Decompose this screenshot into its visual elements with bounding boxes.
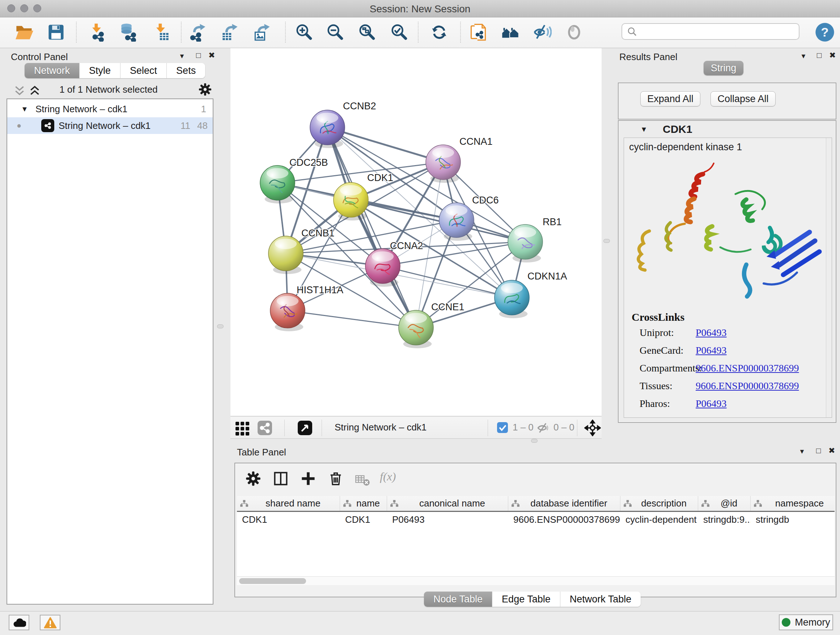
home-icon[interactable] [499, 21, 522, 43]
export-network-icon[interactable] [187, 21, 210, 43]
crosslink-value-link[interactable]: P06493 [696, 398, 727, 409]
import-table-from-file-icon[interactable] [149, 21, 172, 43]
tab-sets[interactable]: Sets [167, 63, 205, 78]
crosslink-label: GeneCard: [639, 345, 696, 356]
gene-description: cyclin-dependent kinase 1 [629, 141, 742, 153]
delete-table-icon[interactable] [355, 472, 370, 488]
network-row-selected[interactable]: ● String Network – cdk1 11 48 [7, 117, 213, 134]
network-view-share-icon[interactable] [257, 420, 272, 435]
open-session-icon[interactable] [13, 21, 36, 43]
import-string-network-icon[interactable] [467, 21, 490, 43]
tab-edge-table[interactable]: Edge Table [493, 592, 561, 607]
node-CCNB2[interactable]: CCNB2 [310, 101, 376, 148]
help-icon[interactable]: ? [813, 21, 836, 43]
memory-status-dot [782, 618, 790, 627]
refresh-icon[interactable] [428, 21, 451, 43]
import-network-from-database-icon[interactable] [117, 21, 140, 43]
expander-icon[interactable]: ▼ [21, 105, 28, 113]
delete-column-trash-icon[interactable] [328, 470, 344, 486]
table-cell: cyclin-dependent ... [621, 512, 698, 527]
tab-select[interactable]: Select [120, 63, 167, 78]
table-body: CDK1CDK1P064939606.ENSP00000378699cyclin… [237, 512, 835, 527]
column-header-label: description [641, 498, 687, 509]
edge-HIST1H1A-CCNE1[interactable] [287, 310, 416, 328]
float-panel-icon[interactable]: ▼ [799, 448, 805, 455]
results-panel-splitter-handle[interactable] [603, 239, 610, 243]
gene-expander-icon[interactable]: ▼ [640, 125, 647, 134]
float-panel-icon[interactable]: ▼ [179, 53, 185, 59]
table-panel-splitter-handle[interactable] [531, 439, 538, 443]
node-CCNA1[interactable]: CCNA1 [426, 136, 493, 183]
collapse-all-button[interactable]: Collapse All [711, 91, 775, 106]
results-scrollbar[interactable] [826, 138, 832, 417]
warning-button[interactable] [40, 615, 60, 630]
eye-icon[interactable] [562, 21, 586, 43]
cytoscape-window: Session: New Session [0, 0, 840, 635]
tab-node-table[interactable]: Node Table [424, 592, 493, 607]
scrollbar-thumb[interactable] [239, 578, 306, 584]
table-row[interactable]: CDK1CDK1P064939606.ENSP00000378699cyclin… [237, 512, 835, 527]
table-settings-gear-icon[interactable] [245, 470, 261, 486]
import-network-from-file-icon[interactable] [85, 21, 108, 43]
select-columns-icon[interactable] [273, 470, 289, 486]
crosslink-label: Compartments: [639, 363, 696, 374]
close-panel-icon[interactable]: ✖ [829, 51, 836, 59]
node-HIST1H1A[interactable]: HIST1H1A [270, 285, 343, 331]
node-RB1[interactable]: RB1 [508, 217, 562, 263]
tab-string[interactable]: String [704, 61, 744, 75]
apply-function-icon[interactable]: f(x) [380, 470, 396, 483]
node-CCNB1[interactable]: CCNB1 [268, 228, 335, 274]
node-CCNE1[interactable]: CCNE1 [399, 302, 464, 348]
column-header-canonical-name[interactable]: canonical name [387, 496, 508, 511]
zoom-in-icon[interactable] [292, 21, 316, 43]
export-image-icon[interactable] [251, 21, 274, 43]
tab-network-table[interactable]: Network Table [561, 592, 641, 607]
search-input[interactable] [622, 23, 799, 40]
close-panel-icon[interactable]: ✖ [829, 447, 835, 455]
column-header-description[interactable]: description [621, 496, 698, 511]
memory-button[interactable]: Memory [779, 614, 833, 630]
column-header-shared-name[interactable]: shared name [237, 496, 340, 511]
column-header-namespace[interactable]: namespace [751, 496, 835, 511]
maximize-panel-icon[interactable]: □ [817, 51, 821, 59]
export-table-icon[interactable] [219, 21, 242, 43]
crosslink-value-link[interactable]: 9606.ENSP00000378699 [696, 363, 799, 374]
tab-network[interactable]: Network [25, 63, 80, 78]
crosslink-value-link[interactable]: 9606.ENSP00000378699 [696, 380, 799, 392]
zoom-selected-icon[interactable] [387, 21, 411, 43]
float-panel-icon[interactable]: ▼ [800, 53, 807, 59]
maximize-panel-icon[interactable]: □ [196, 51, 201, 59]
network-collection-row[interactable]: ▼ String Network – cdk1 1 [7, 101, 213, 117]
cloud-button[interactable] [9, 615, 29, 630]
open-in-new-window-icon[interactable] [297, 420, 313, 435]
horizontal-scrollbar[interactable] [237, 576, 835, 585]
crosslink-value-link[interactable]: P06493 [696, 345, 727, 356]
expand-all-button[interactable]: Expand All [640, 91, 700, 106]
table-cell: CDK1 [237, 512, 340, 527]
edge-CCNB2-CCNE1[interactable] [327, 127, 416, 328]
zoom-out-icon[interactable] [324, 21, 347, 43]
tab-style[interactable]: Style [80, 63, 120, 78]
column-header-database-identifier[interactable]: database identifier [508, 496, 621, 511]
search-icon [627, 26, 638, 37]
edge-CCNB2-CCNA1[interactable] [327, 127, 443, 162]
network-graph[interactable]: CCNB2CCNA1CDC25BCDK1CDC6RB1CCNB1CCNA2CDK… [231, 48, 602, 416]
birdseye-pan-icon[interactable] [584, 420, 601, 436]
close-panel-icon[interactable]: ✖ [208, 51, 215, 59]
network-canvas[interactable]: CCNB2CCNA1CDC25BCDK1CDC6RB1CCNB1CCNA2CDK… [231, 48, 602, 416]
crosslink-value-link[interactable]: P06493 [696, 327, 727, 339]
hidden-eye-slash-icon[interactable] [536, 421, 550, 435]
column-header--id[interactable]: @id [698, 496, 751, 511]
node-CDKN1A[interactable]: CDKN1A [494, 271, 567, 318]
zoom-fit-icon[interactable] [355, 21, 378, 43]
maximize-panel-icon[interactable]: □ [816, 447, 821, 455]
network-options-gear-icon[interactable] [198, 82, 212, 96]
control-panel-splitter-handle[interactable] [217, 325, 224, 328]
selected-checkbox-icon[interactable] [497, 422, 508, 433]
add-column-icon[interactable] [300, 470, 316, 486]
grid-view-icon[interactable] [234, 420, 251, 436]
toolbar-separator [418, 22, 418, 43]
hide-unhide-eye-slash-icon[interactable] [531, 21, 554, 43]
column-header-name[interactable]: name [340, 496, 387, 511]
save-session-icon[interactable] [44, 21, 68, 43]
